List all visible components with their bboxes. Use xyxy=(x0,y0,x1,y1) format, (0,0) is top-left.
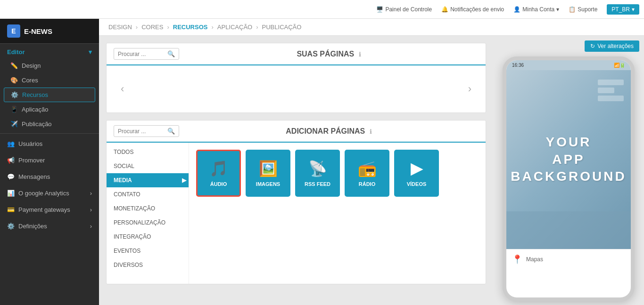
adicionar-sub-content: TODOS SOCIAL MEDIA CONTATO MONETIZAÇÃO P… xyxy=(107,143,486,284)
editor-section[interactable]: Editor ▾ xyxy=(0,44,99,58)
publish-icon: ✈️ xyxy=(10,120,18,128)
phone-preview-background: YOUR APP BACKGROUND xyxy=(506,70,631,249)
sidebar-item-definicoes[interactable]: ⚙️ Definições › xyxy=(0,218,99,234)
main-content: DESIGN › CORES › RECURSOS › APLICAÇÃO › … xyxy=(99,19,644,305)
chevron-down-icon: ▾ xyxy=(632,6,635,13)
adicionar-paginas-info-icon: ℹ xyxy=(370,128,372,135)
sidebar-item-mensagens[interactable]: 💬 Mensagens xyxy=(0,169,99,185)
page-card-imagens[interactable]: 🖼️ IMAGENS xyxy=(246,150,290,197)
app-name: E-NEWS xyxy=(24,27,52,35)
chevron-down-icon: ▾ xyxy=(556,6,559,13)
resources-icon: ⚙️ xyxy=(11,91,18,98)
breadcrumb-recursos[interactable]: RECURSOS xyxy=(173,24,208,31)
ver-alteracoes-button[interactable]: ↻ Ver alterações xyxy=(585,40,639,52)
layout: E E-NEWS Editor ▾ ✏️ Design 🎨 Cores ⚙️ R… xyxy=(0,19,644,305)
breadcrumb-aplicacao[interactable]: APLICAÇÃO xyxy=(217,24,252,31)
lang-button[interactable]: PT_BR ▾ xyxy=(607,4,639,15)
prev-arrow[interactable]: ‹ xyxy=(114,83,131,95)
suporte-icon: 📋 xyxy=(569,6,576,13)
painel-icon: 🖥️ xyxy=(376,6,383,13)
payment-icon: 💳 xyxy=(7,206,15,213)
chevron-down-icon: ▾ xyxy=(89,48,92,56)
sidebar-item-usuarios[interactable]: 👥 Usuários xyxy=(0,136,99,152)
account-icon: 👤 xyxy=(513,6,520,13)
cat-social[interactable]: SOCIAL xyxy=(107,159,189,173)
refresh-icon: ↻ xyxy=(590,43,595,49)
sidebar-item-payment-gateways[interactable]: 💳 Payment gateways › xyxy=(0,201,99,218)
page-card-audio[interactable]: 🎵 ÁUDIO xyxy=(196,150,241,197)
settings-icon: ⚙️ xyxy=(7,223,15,230)
adicionar-search-input[interactable] xyxy=(118,128,165,135)
page-card-rss-feed[interactable]: 📡 RSS FEED xyxy=(295,150,340,197)
adicionar-search-box[interactable]: 🔍 xyxy=(114,125,179,137)
sidebar-item-google-analytics[interactable]: 📊 O google Analytics › xyxy=(0,185,99,201)
sidebar-item-aplicacao[interactable]: 📱 Aplicação xyxy=(0,102,99,117)
suas-paginas-content: ‹ › xyxy=(107,65,486,112)
adicionar-content: TODOS SOCIAL MEDIA CONTATO MONETIZAÇÃO P… xyxy=(107,143,486,284)
ph-block-1 xyxy=(598,80,624,85)
next-arrow[interactable]: › xyxy=(461,83,479,95)
sidebar-logo: E E-NEWS xyxy=(0,19,99,44)
cat-eventos[interactable]: EVENTOS xyxy=(107,244,189,258)
sidebar-item-design[interactable]: ✏️ Design xyxy=(0,58,99,73)
sidebar-item-cores[interactable]: 🎨 Cores xyxy=(0,73,99,88)
breadcrumb-design[interactable]: DESIGN xyxy=(108,24,132,31)
pages-grid: 🎵 ÁUDIO 🖼️ IMAGENS 📡 RSS FEED xyxy=(189,143,486,284)
logo-icon: E xyxy=(7,24,20,38)
adicionar-paginas-header: 🔍 ADICIONAR PÁGINAS ℹ xyxy=(107,120,486,143)
breadcrumb-sep-3: › xyxy=(211,24,213,31)
breadcrumb-cores[interactable]: CORES xyxy=(141,24,163,31)
analytics-icon: 📊 xyxy=(7,190,15,197)
breadcrumb-sep-1: › xyxy=(136,24,138,31)
sidebar-item-publicacao[interactable]: ✈️ Publicação xyxy=(0,117,99,131)
suas-paginas-search-box[interactable]: 🔍 xyxy=(114,48,179,60)
adicionar-paginas-panel: 🔍 ADICIONAR PÁGINAS ℹ TODOS SOCIAL xyxy=(106,120,486,284)
phone-bg-text: YOUR APP BACKGROUND xyxy=(511,134,626,185)
ph-block-3 xyxy=(598,96,624,101)
breadcrumb: DESIGN › CORES › RECURSOS › APLICAÇÃO › … xyxy=(99,19,644,36)
top-nav-suporte[interactable]: 📋 Suporte xyxy=(569,6,597,13)
center-panel: 🔍 SUAS PÁGINAS ℹ ‹ › xyxy=(99,36,493,305)
phone-map-label: Mapas xyxy=(526,256,543,263)
suas-paginas-panel: 🔍 SUAS PÁGINAS ℹ ‹ › xyxy=(106,43,486,113)
cat-diversos[interactable]: DIVERSOS xyxy=(107,258,189,272)
top-nav-painel[interactable]: 🖥️ Painel de Controle xyxy=(376,6,432,13)
suas-paginas-header: 🔍 SUAS PÁGINAS ℹ xyxy=(107,43,486,65)
cat-integracao[interactable]: INTEGRAÇÃO xyxy=(107,230,189,244)
categories-list: TODOS SOCIAL MEDIA CONTATO MONETIZAÇÃO P… xyxy=(107,143,189,284)
map-pin-icon: 📍 xyxy=(512,254,522,265)
suas-paginas-search-input[interactable] xyxy=(118,51,165,57)
phone-frame: 16:36 📶🔋 YOUR APP BACKGROUND xyxy=(503,56,635,301)
search-icon: 🔍 xyxy=(167,128,175,135)
audio-icon: 🎵 xyxy=(209,160,228,177)
images-icon: 🖼️ xyxy=(259,160,278,177)
right-panel: ↻ Ver alterações 16:36 📶🔋 xyxy=(493,36,644,305)
cat-media[interactable]: MEDIA xyxy=(107,173,189,187)
content-area: 🔍 SUAS PÁGINAS ℹ ‹ › xyxy=(99,36,644,305)
videos-icon: ▶ xyxy=(411,160,422,177)
top-nav-notificacoes[interactable]: 🔔 Notificações de envio xyxy=(441,6,504,13)
phone-bottom: 📍 Mapas xyxy=(506,249,631,269)
cat-contato[interactable]: CONTATO xyxy=(107,187,189,201)
chevron-right-icon: › xyxy=(90,206,92,213)
adicionar-paginas-title: ADICIONAR PÁGINAS ℹ xyxy=(179,127,479,136)
breadcrumb-sep-2: › xyxy=(167,24,169,31)
colors-icon: 🎨 xyxy=(10,77,18,84)
cat-personalizacao[interactable]: PERSONALIZAÇÃO xyxy=(107,216,189,230)
breadcrumb-publicacao[interactable]: PUBLICAÇÃO xyxy=(262,24,302,31)
promote-icon: 📢 xyxy=(7,157,15,164)
radio-icon: 📻 xyxy=(358,160,377,177)
breadcrumb-sep-4: › xyxy=(256,24,258,31)
suas-paginas-info-icon: ℹ xyxy=(359,51,361,58)
search-icon: 🔍 xyxy=(167,50,175,57)
sidebar-item-promover[interactable]: 📢 Promover xyxy=(0,152,99,169)
cat-todos[interactable]: TODOS xyxy=(107,145,189,159)
page-card-videos[interactable]: ▶ VÍDEOS xyxy=(394,150,439,197)
top-nav-minha-conta[interactable]: 👤 Minha Conta ▾ xyxy=(513,6,559,13)
phone-time: 16:36 xyxy=(512,63,524,68)
notif-icon: 🔔 xyxy=(441,6,448,13)
page-card-radio[interactable]: 📻 RÁDIO xyxy=(345,150,389,197)
sidebar-item-recursos[interactable]: ⚙️ Recursos xyxy=(4,88,95,102)
sidebar: E E-NEWS Editor ▾ ✏️ Design 🎨 Cores ⚙️ R… xyxy=(0,19,99,305)
cat-monetizacao[interactable]: MONETIZAÇÃO xyxy=(107,201,189,216)
